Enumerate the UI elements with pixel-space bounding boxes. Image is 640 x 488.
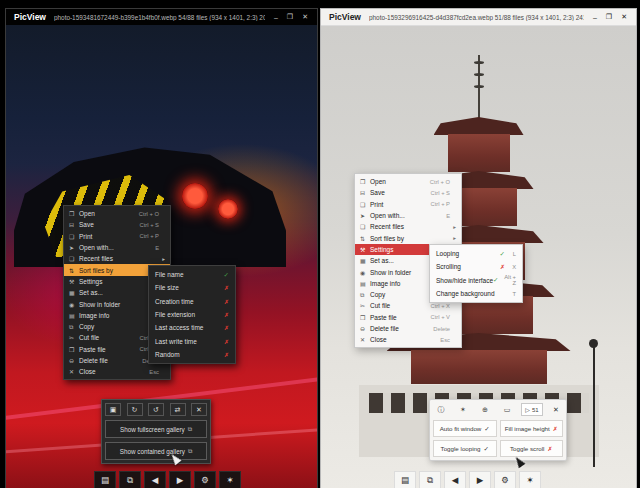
settings-button[interactable]: ⚙ [194, 471, 216, 488]
menu-item-icon: ❒ [69, 346, 79, 353]
menu-item-icon: ❐ [69, 210, 79, 217]
submenu-item-label: Scrolling [436, 263, 500, 270]
menu-item-save[interactable]: ⊟ Save Ctrl + S [64, 219, 170, 230]
effects-icon-button[interactable]: ✶ [455, 403, 471, 416]
menu-item-save[interactable]: ⊟ Save Ctrl + S [355, 187, 461, 198]
menu-item-label: Copy [79, 323, 159, 330]
maximize-button[interactable]: ❐ [287, 13, 293, 21]
menu-item-recent-files[interactable]: ❏ Recent files ▸ [355, 221, 461, 232]
flip-icon[interactable]: ⇄ [170, 403, 186, 416]
menu-item-icon: ◉ [69, 301, 79, 308]
toggle-looping-button[interactable]: Toggle looping ✓ [433, 440, 497, 457]
titlebar[interactable]: PicView photo-1593296916425-d4d387fcd2ea… [321, 9, 636, 26]
menu-item-print[interactable]: ❑ Print Ctrl + P [64, 231, 170, 242]
pagoda-roof [434, 117, 524, 135]
next-button[interactable]: ▶ [469, 471, 491, 488]
function-button-label: Toggle scroll [510, 445, 544, 452]
submenu-item-change-background[interactable]: Change background T [430, 287, 522, 300]
menu-item-shortcut: Ctrl + X [431, 303, 451, 309]
menu-item-icon: ⧉ [69, 323, 79, 331]
close-button[interactable]: ✕ [302, 13, 308, 21]
sort-files-submenu: File name ✓ File size ✗ Creation time ✗ … [148, 265, 236, 364]
menu-item-delete-file[interactable]: ⊖ Delete file Delete [355, 323, 461, 334]
submenu-item-random[interactable]: Random ✗ [149, 348, 235, 361]
submenu-item-last-write-time[interactable]: Last write time ✗ [149, 334, 235, 347]
picview-window-dark: PicView photo-1593481672449-b399e1b4fb0f… [5, 8, 318, 488]
gallery-button[interactable]: ⧉ [419, 471, 441, 488]
submenu-item-creation-time[interactable]: Creation time ✗ [149, 295, 235, 308]
slideshow-counter[interactable]: ▷ 51 [521, 403, 542, 416]
toggle-scroll-button[interactable]: Toggle scroll ✗ [500, 440, 564, 457]
settings-button[interactable]: ⚙ [494, 471, 516, 488]
menu-item-icon: ▤ [69, 312, 79, 319]
menu-item-icon: ❒ [360, 314, 370, 321]
function-button-label: Toggle looping [441, 445, 481, 452]
check-mark-icon: ✗ [547, 445, 552, 452]
titlebar[interactable]: PicView photo-1593481672449-b399e1b4fb0f… [6, 9, 317, 25]
maximize-button[interactable]: ❐ [606, 13, 612, 21]
show-contained-gallery-button[interactable]: Show contained gallery ⧉ [105, 442, 207, 460]
close-icon[interactable]: ✕ [191, 403, 207, 416]
slideshow-icon: ▷ [525, 406, 530, 413]
submenu-item-file-size[interactable]: File size ✗ [149, 281, 235, 294]
zoom-icon-button[interactable]: ⊕ [477, 403, 493, 416]
check-mark-icon: ✓ [483, 445, 488, 453]
menu-item-open[interactable]: ❐ Open Ctrl + O [355, 176, 461, 187]
comment-icon-button[interactable]: ▭ [499, 403, 515, 416]
menu-item-open-with[interactable]: ➤ Open with... E [64, 242, 170, 253]
car-tail-light [218, 199, 238, 219]
close-button[interactable]: ✕ [621, 13, 627, 21]
fill-image-height-button[interactable]: Fill image height ✗ [500, 420, 564, 437]
effects-button[interactable]: ✶ [219, 471, 241, 488]
submenu-item-show-hide-interface[interactable]: Show/hide interface ✓ Alt + Z [430, 274, 522, 287]
menu-item-icon: ✕ [360, 336, 370, 343]
menu-item-label: Recent files [79, 255, 159, 262]
menu-item-shortcut: E [446, 213, 450, 219]
menu-item-icon: ⊖ [69, 357, 79, 364]
gallery-box-icon[interactable]: ▣ [105, 403, 121, 416]
menu-item-label: Settings [79, 278, 159, 285]
open-folder-button[interactable]: ▤ [94, 471, 116, 488]
menu-item-open-with[interactable]: ➤ Open with... E [355, 210, 461, 221]
show-fullscreen-gallery-button[interactable]: Show fullscreen gallery ⧉ [105, 420, 207, 438]
submenu-item-looping[interactable]: Looping ✓ L [430, 247, 522, 260]
function-button-label: Auto fit window [440, 425, 482, 432]
menu-item-close[interactable]: ✕ Close Esc [355, 334, 461, 345]
menu-item-icon: ❏ [69, 255, 79, 262]
submenu-item-label: Looping [436, 250, 500, 257]
minimize-button[interactable]: – [593, 14, 597, 21]
close-icon[interactable]: ✕ [549, 406, 563, 414]
submenu-item-file-extension[interactable]: File extension ✗ [149, 308, 235, 321]
pagoda-body [448, 134, 510, 172]
menu-item-label: Delete file [79, 357, 142, 364]
next-button[interactable]: ▶ [169, 471, 191, 488]
gallery-button[interactable]: ⧉ [119, 471, 141, 488]
previous-button[interactable]: ◀ [444, 471, 466, 488]
rotate-right-icon[interactable]: ↻ [127, 403, 143, 416]
submenu-item-last-access-time[interactable]: Last access time ✗ [149, 321, 235, 334]
auto-fit-window-button[interactable]: Auto fit window ✓ [433, 420, 497, 437]
info-icon-button[interactable]: ⓘ [433, 403, 449, 416]
menu-item-shortcut: Ctrl + S [431, 190, 451, 196]
check-mark-icon: ✓ [493, 276, 498, 284]
menu-item-sort-files-by[interactable]: ⇅ Sort files by ▸ [355, 232, 461, 243]
menu-item-shortcut: Ctrl + S [140, 222, 160, 228]
submenu-item-label: Creation time [155, 298, 224, 305]
menu-item-close[interactable]: ✕ Close Esc [64, 366, 170, 377]
function-button-label: Fill image height [505, 425, 550, 432]
submenu-item-scrolling[interactable]: Scrolling ✗ X [430, 260, 522, 273]
quick-functions-popup: ⓘ ✶ ⊕ ▭ ▷ 51 ✕ Auto fit window ✓ [429, 399, 567, 461]
menu-item-recent-files[interactable]: ❏ Recent files ▸ [64, 253, 170, 264]
bottom-toolbar: ▤ ⧉ ◀ ▶ ⚙ ✶ [394, 471, 541, 488]
menu-item-print[interactable]: ❑ Print Ctrl + P [355, 199, 461, 210]
previous-button[interactable]: ◀ [144, 471, 166, 488]
menu-item-open[interactable]: ❐ Open Ctrl + O [64, 208, 170, 219]
menu-item-icon: ➤ [69, 244, 79, 251]
submenu-item-file-name[interactable]: File name ✓ [149, 268, 235, 281]
open-folder-button[interactable]: ▤ [394, 471, 416, 488]
menu-item-label: Paste file [79, 346, 140, 353]
minimize-button[interactable]: – [274, 14, 278, 21]
effects-button[interactable]: ✶ [519, 471, 541, 488]
menu-item-paste-file[interactable]: ❒ Paste file Ctrl + V [355, 312, 461, 323]
rotate-left-icon[interactable]: ↺ [148, 403, 164, 416]
